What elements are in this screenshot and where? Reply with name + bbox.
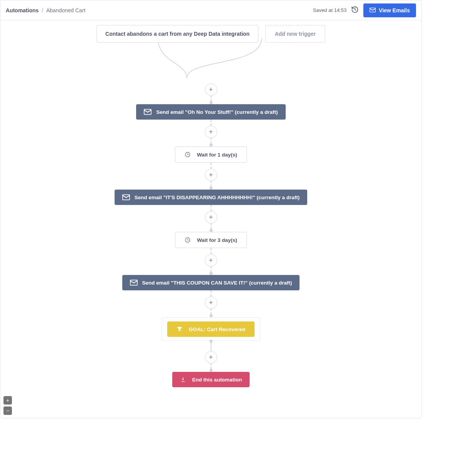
top-bar: Automations / Abandoned Cart Saved at 14… [0, 0, 421, 20]
connector [211, 223, 211, 229]
connector [211, 248, 211, 254]
mail-icon [130, 280, 138, 286]
view-emails-label: View Emails [379, 7, 410, 13]
connector-dot [210, 143, 213, 147]
step-label: GOAL: Cart Recovered [189, 326, 245, 332]
connector-dot [210, 369, 213, 372]
connector [211, 163, 211, 169]
send-email-step-1[interactable]: Send email "Oh No Your Stuff!" (currentl… [136, 104, 285, 120]
mail-icon [122, 194, 130, 200]
connector [211, 343, 211, 351]
step-label: Send email "Oh No Your Stuff!" (currentl… [156, 109, 278, 115]
add-trigger-button[interactable]: Add new trigger [265, 25, 325, 43]
send-email-step-2[interactable]: Send email "IT'S DISAPPEARING AHHHHHHHH!… [115, 190, 308, 205]
connector-dot [210, 229, 213, 232]
connector [211, 120, 211, 126]
zoom-controls: + − [3, 396, 12, 415]
add-step-button[interactable]: + [205, 254, 217, 266]
connector [211, 205, 211, 211]
topbar-right: Saved at 14:53 View Emails [313, 3, 416, 17]
mail-icon [144, 109, 151, 115]
trigger-card[interactable]: Contact abandons a cart from any Deep Da… [97, 25, 258, 43]
add-step-button[interactable]: + [205, 296, 217, 309]
zoom-out-button[interactable]: − [3, 406, 12, 415]
goal-frame: GOAL: Cart Recovered [161, 317, 260, 341]
goal-step[interactable]: GOAL: Cart Recovered [167, 321, 255, 337]
trigger-row: Contact abandons a cart from any Deep Da… [97, 23, 325, 43]
flow-column: Contact abandons a cart from any Deep Da… [0, 23, 421, 387]
wait-step-1[interactable]: Wait for 1 day(s) [175, 147, 247, 163]
mail-icon [369, 7, 376, 13]
saved-status: Saved at 14:53 [313, 7, 346, 13]
history-icon[interactable] [351, 6, 359, 15]
clock-icon [185, 152, 192, 158]
breadcrumb-leaf: Abandoned Cart [46, 7, 85, 13]
step-label: End this automation [192, 377, 242, 383]
clock-icon [185, 237, 192, 243]
connector-dot [210, 101, 213, 104]
connector [211, 363, 211, 369]
app-shell: Automations / Abandoned Cart Saved at 14… [0, 0, 422, 418]
connector-dot [210, 340, 213, 343]
add-step-button[interactable]: + [205, 169, 217, 181]
step-label: Wait for 3 day(s) [197, 237, 237, 243]
connector [211, 138, 211, 143]
trigger-label: Contact abandons a cart from any Deep Da… [105, 31, 250, 37]
step-label: Send email "THIS COUPON CAN SAVE IT!" (c… [142, 280, 292, 286]
automation-canvas[interactable]: Contact abandons a cart from any Deep Da… [0, 20, 421, 418]
breadcrumb: Automations / Abandoned Cart [6, 7, 85, 13]
add-trigger-label: Add new trigger [275, 31, 316, 37]
connector-dot [210, 187, 213, 190]
add-step-button[interactable]: + [205, 126, 217, 138]
connector [211, 96, 211, 101]
connector [211, 309, 211, 314]
step-label: Send email "IT'S DISAPPEARING AHHHHHHHH!… [135, 195, 300, 200]
connector-dot [210, 272, 213, 275]
wait-step-2[interactable]: Wait for 3 day(s) [175, 232, 247, 248]
zoom-in-button[interactable]: + [3, 396, 12, 405]
trophy-icon [176, 326, 184, 332]
breadcrumb-root[interactable]: Automations [6, 7, 39, 13]
connector [211, 181, 211, 187]
view-emails-button[interactable]: View Emails [363, 3, 416, 17]
add-step-button[interactable]: + [205, 83, 217, 96]
connector-dot [210, 314, 213, 317]
breadcrumb-separator: / [40, 7, 45, 13]
end-automation-step[interactable]: End this automation [172, 372, 250, 387]
send-email-step-3[interactable]: Send email "THIS COUPON CAN SAVE IT!" (c… [122, 275, 300, 290]
connector [211, 290, 211, 296]
add-step-button[interactable]: + [205, 211, 217, 223]
connector [211, 266, 211, 272]
step-label: Wait for 1 day(s) [197, 152, 237, 158]
add-step-button[interactable]: + [205, 351, 217, 363]
exit-icon [180, 376, 188, 383]
